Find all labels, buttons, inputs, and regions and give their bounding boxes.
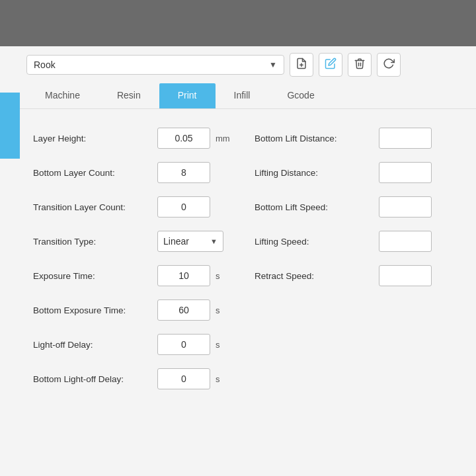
- lightoff-delay-label: Light-off Delay:: [33, 340, 152, 350]
- top-bar: [0, 0, 476, 46]
- exposure-time-row: Exposure Time: s: [33, 260, 241, 292]
- bottom-exposure-time-row: Bottom Exposure Time: s: [33, 294, 241, 326]
- layer-height-label: Layer Height:: [33, 134, 152, 143]
- exposure-time-unit: s: [216, 271, 229, 281]
- lifting-distance-label: Lifting Distance:: [255, 168, 374, 178]
- transition-layer-count-row: Transition Layer Count:: [33, 191, 241, 223]
- chevron-down-icon: ▼: [269, 60, 277, 69]
- left-column: Layer Height: mm Bottom Layer Count: Tra…: [33, 122, 241, 395]
- layer-height-row: Layer Height: mm: [33, 122, 241, 154]
- lifting-distance-input[interactable]: [379, 162, 432, 183]
- refresh-button[interactable]: [377, 53, 401, 77]
- edit-button[interactable]: [319, 53, 342, 77]
- tab-gcode[interactable]: Gcode: [268, 83, 333, 108]
- transition-type-row: Transition Type: Linear ▼: [33, 225, 241, 257]
- bottom-lightoff-delay-label: Bottom Light-off Delay:: [33, 374, 152, 384]
- lifting-speed-label: Lifting Speed:: [255, 237, 374, 247]
- transition-type-dropdown[interactable]: Linear ▼: [157, 231, 223, 252]
- lightoff-delay-row: Light-off Delay: s: [33, 329, 241, 360]
- profile-dropdown[interactable]: Rook ▼: [26, 55, 284, 75]
- transition-type-arrow-icon: ▼: [210, 237, 218, 245]
- lightoff-delay-unit: s: [216, 340, 229, 350]
- bottom-exposure-time-input[interactable]: [157, 299, 210, 321]
- bottom-lift-distance-row: Bottom Lift Distance:: [255, 122, 463, 154]
- tabs-row: Machine Resin Print Infill Gcode: [0, 83, 476, 109]
- retract-speed-input[interactable]: [379, 265, 432, 286]
- bottom-lift-distance-label: Bottom Lift Distance:: [255, 134, 374, 143]
- bottom-exposure-time-label: Bottom Exposure Time:: [33, 305, 152, 315]
- bottom-layer-count-input[interactable]: [157, 162, 210, 183]
- transition-layer-count-label: Transition Layer Count:: [33, 202, 152, 212]
- transition-type-label: Transition Type:: [33, 237, 152, 247]
- lifting-distance-row: Lifting Distance:: [255, 157, 463, 188]
- bottom-layer-count-label: Bottom Layer Count:: [33, 168, 152, 178]
- tab-machine[interactable]: Machine: [26, 83, 99, 108]
- main-content: Rook ▼: [0, 46, 476, 476]
- exposure-time-label: Exposure Time:: [33, 271, 152, 281]
- bottom-lightoff-delay-input[interactable]: [157, 368, 210, 389]
- retract-speed-row: Retract Speed:: [255, 260, 463, 292]
- bottom-lightoff-delay-row: Bottom Light-off Delay: s: [33, 363, 241, 395]
- layer-height-unit: mm: [216, 134, 230, 143]
- lifting-speed-input[interactable]: [379, 231, 432, 252]
- delete-button[interactable]: [348, 53, 372, 77]
- save-button[interactable]: [290, 53, 313, 77]
- toolbar-row: Rook ▼: [0, 46, 476, 83]
- lightoff-delay-input[interactable]: [157, 334, 210, 355]
- layer-height-input[interactable]: [157, 128, 210, 149]
- transition-layer-count-input[interactable]: [157, 196, 210, 218]
- save-icon: [296, 58, 307, 72]
- refresh-icon: [383, 58, 395, 72]
- retract-speed-label: Retract Speed:: [255, 271, 374, 281]
- delete-icon: [354, 58, 366, 72]
- transition-type-value: Linear: [163, 236, 189, 247]
- bottom-layer-count-row: Bottom Layer Count:: [33, 157, 241, 188]
- tab-infill[interactable]: Infill: [216, 83, 269, 108]
- lifting-speed-row: Lifting Speed:: [255, 225, 463, 257]
- bottom-exposure-time-unit: s: [216, 305, 229, 315]
- bottom-lift-speed-input[interactable]: [379, 196, 432, 218]
- tab-resin[interactable]: Resin: [99, 83, 159, 108]
- bottom-lightoff-delay-unit: s: [216, 374, 229, 384]
- exposure-time-input[interactable]: [157, 265, 210, 286]
- edit-icon: [325, 58, 337, 72]
- form-area: Layer Height: mm Bottom Layer Count: Tra…: [0, 109, 476, 408]
- right-column: Bottom Lift Distance: Lifting Distance: …: [241, 122, 463, 395]
- sidebar-accent: [0, 93, 20, 159]
- tab-print[interactable]: Print: [159, 83, 216, 108]
- bottom-lift-speed-row: Bottom Lift Speed:: [255, 191, 463, 223]
- bottom-lift-distance-input[interactable]: [379, 128, 432, 149]
- bottom-lift-speed-label: Bottom Lift Speed:: [255, 202, 374, 212]
- profile-value: Rook: [34, 60, 56, 70]
